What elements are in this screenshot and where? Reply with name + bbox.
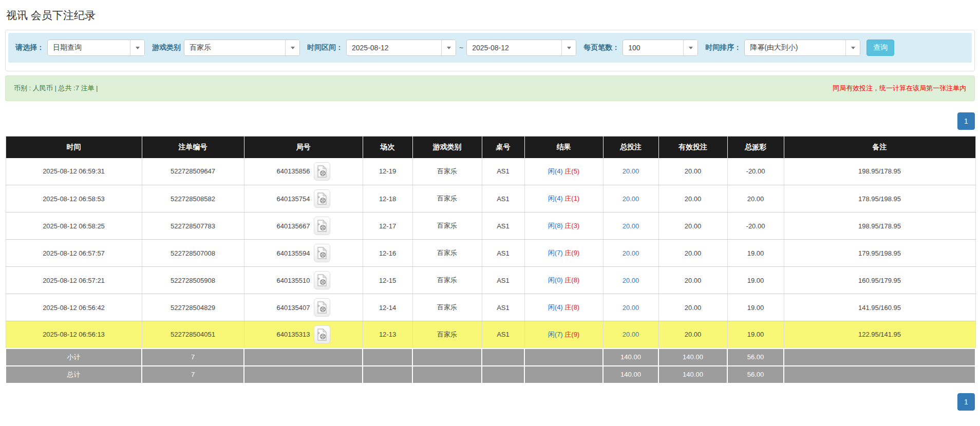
- bet-id-cell: 522728505908: [142, 267, 244, 294]
- total-bet-cell: 20.00: [603, 267, 658, 294]
- result-cell: 闲(8) 庄(3): [524, 212, 603, 240]
- total-bet-link[interactable]: 20.00: [623, 167, 639, 175]
- total-valid-bet: 140.00: [658, 366, 727, 383]
- table-summary: 小计 7 140.00 140.00 56.00 总计 7 140.00 140…: [6, 348, 975, 383]
- search-button[interactable]: 查询: [866, 40, 894, 56]
- video-icon[interactable]: [314, 162, 330, 181]
- pagination-bottom: 1: [5, 393, 975, 411]
- col-header-remark: 备注: [784, 137, 975, 158]
- round-id-cell: 640135856: [244, 158, 363, 185]
- date-range-tilde: ~: [459, 44, 463, 52]
- total-row: 总计 7 140.00 140.00 56.00: [6, 366, 975, 383]
- valid-bet-cell: 20.00: [658, 158, 727, 185]
- chevron-down-icon[interactable]: [285, 40, 299, 55]
- player-result: 闲(4): [548, 195, 563, 202]
- date-to-value: 2025-08-12: [467, 40, 561, 55]
- video-icon[interactable]: [314, 189, 330, 208]
- video-icon[interactable]: [314, 271, 330, 289]
- game-type-cell: 百家乐: [412, 267, 482, 294]
- video-icon[interactable]: [314, 325, 330, 344]
- video-icon[interactable]: [314, 298, 330, 317]
- col-header-session: 场次: [363, 137, 412, 158]
- chevron-down-icon[interactable]: [845, 40, 860, 55]
- time-cell: 2025-08-12 06:57:21: [6, 267, 142, 294]
- player-result: 闲(4): [548, 167, 563, 175]
- page-size-label: 每页笔数：: [583, 43, 619, 52]
- video-icon[interactable]: [314, 244, 330, 262]
- page-1-button[interactable]: 1: [957, 112, 975, 130]
- table-header-row: 时间 注单编号 局号 场次 游戏类别 桌号 结果 总投注 有效投注 总派彩 备注: [6, 137, 975, 158]
- round-id-value: 640135510: [276, 277, 310, 284]
- col-header-valid-bet: 有效投注: [658, 137, 727, 158]
- page-title: 视讯 会员下注纪录: [5, 6, 975, 30]
- time-cell: 2025-08-12 06:58:25: [6, 212, 142, 240]
- total-bet-link[interactable]: 20.00: [623, 222, 639, 230]
- remark-cell: 141.95/160.95: [784, 294, 975, 321]
- date-from-select[interactable]: 2025-08-12: [346, 40, 456, 56]
- payout-cell: 19.00: [727, 267, 784, 294]
- sort-order-select[interactable]: 降幂(由大到小): [744, 40, 860, 56]
- page-size-value: 100: [623, 40, 683, 55]
- bet-id-cell: 522728504829: [142, 294, 244, 321]
- chevron-down-icon[interactable]: [441, 40, 456, 55]
- valid-bet-cell: 20.00: [658, 185, 727, 212]
- table-row: 2025-08-12 06:56:42 522728504829 6401354…: [6, 294, 975, 321]
- result-cell: 闲(4) 庄(5): [524, 158, 603, 185]
- date-query-select[interactable]: 日期查询: [47, 40, 145, 56]
- banker-result: 庄(9): [564, 249, 579, 257]
- subtotal-count: 7: [142, 348, 244, 366]
- total-bet-link[interactable]: 20.00: [623, 331, 639, 338]
- payout-cell: 20.00: [727, 185, 784, 212]
- sort-order-value: 降幂(由大到小): [745, 40, 845, 55]
- select-type-label: 请选择：: [15, 43, 44, 52]
- filter-toolbar: 请选择： 日期查询 游戏类别 百家乐 时间区间： 2025-08-12 ~ 20…: [8, 33, 972, 63]
- remark-cell: 178.95/198.95: [784, 185, 975, 212]
- total-bet-link[interactable]: 20.00: [623, 277, 639, 284]
- valid-bet-notice: 同局有效投注，统一计算在该局第一张注单内: [833, 84, 966, 93]
- table-row: 2025-08-12 06:56:13 522728504051 6401353…: [6, 321, 975, 348]
- bet-id-cell: 522728509647: [142, 158, 244, 185]
- valid-bet-cell: 20.00: [658, 267, 727, 294]
- bet-records-table: 时间 注单编号 局号 场次 游戏类别 桌号 结果 总投注 有效投注 总派彩 备注…: [5, 136, 976, 384]
- time-range-label: 时间区间：: [307, 43, 343, 52]
- game-type-select[interactable]: 百家乐: [184, 40, 300, 56]
- session-cell: 12-18: [363, 185, 412, 212]
- bet-id-cell: 522728507008: [142, 240, 244, 267]
- total-bet-cell: 20.00: [603, 321, 658, 348]
- game-type-cell: 百家乐: [412, 212, 482, 240]
- total-bet-link[interactable]: 20.00: [623, 249, 639, 257]
- total-bet-link[interactable]: 20.00: [623, 195, 639, 203]
- banker-result: 庄(8): [564, 303, 579, 311]
- col-header-round-id: 局号: [244, 137, 363, 158]
- video-icon[interactable]: [314, 217, 330, 235]
- subtotal-row: 小计 7 140.00 140.00 56.00: [6, 348, 975, 366]
- banker-result: 庄(9): [564, 331, 579, 338]
- valid-bet-cell: 20.00: [658, 212, 727, 240]
- chevron-down-icon[interactable]: [561, 40, 576, 55]
- session-cell: 12-16: [363, 240, 412, 267]
- total-bet-cell: 20.00: [603, 185, 658, 212]
- result-cell: 闲(4) 庄(8): [524, 294, 603, 321]
- game-type-cell: 百家乐: [412, 158, 482, 185]
- page-1-button[interactable]: 1: [957, 393, 975, 411]
- total-bet-cell: 20.00: [603, 158, 658, 185]
- total-payout: 56.00: [727, 366, 784, 383]
- chevron-down-icon[interactable]: [683, 40, 698, 55]
- table-row: 2025-08-12 06:59:31 522728509647 6401358…: [6, 158, 975, 185]
- date-to-select[interactable]: 2025-08-12: [466, 40, 576, 56]
- player-result: 闲(0): [548, 276, 563, 284]
- page-size-select[interactable]: 100: [623, 40, 698, 56]
- session-cell: 12-15: [363, 267, 412, 294]
- total-count: 7: [142, 366, 244, 383]
- total-bet-link[interactable]: 20.00: [623, 304, 639, 312]
- chevron-down-icon[interactable]: [130, 40, 144, 55]
- player-result: 闲(4): [548, 303, 563, 311]
- table-no-cell: AS1: [482, 240, 524, 267]
- player-result: 闲(8): [548, 222, 563, 229]
- total-total-bet: 140.00: [603, 366, 658, 383]
- filter-panel: 请选择： 日期查询 游戏类别 百家乐 时间区间： 2025-08-12 ~ 20…: [5, 30, 975, 71]
- round-id-value: 640135856: [276, 167, 310, 175]
- session-cell: 12-13: [363, 321, 412, 348]
- payout-cell: 19.00: [727, 294, 784, 321]
- table-no-cell: AS1: [482, 321, 524, 348]
